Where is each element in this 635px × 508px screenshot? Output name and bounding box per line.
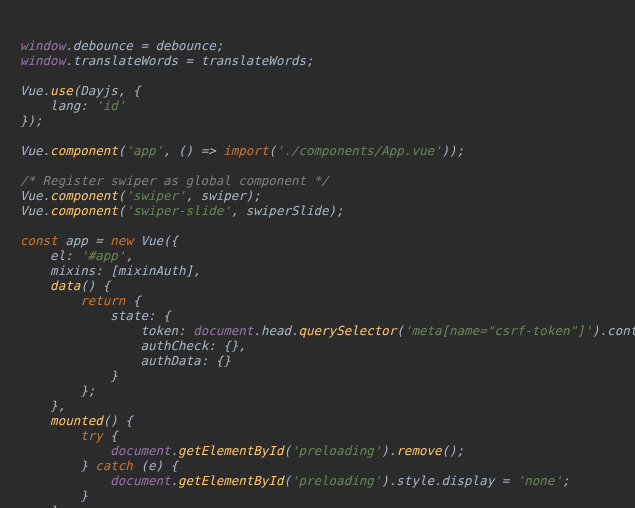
code-line: }); bbox=[20, 113, 43, 128]
code-line: mixins: [mixinAuth], bbox=[20, 263, 201, 278]
code-line: } bbox=[20, 503, 58, 508]
code-line: token: document.head.querySelector('meta… bbox=[20, 323, 635, 338]
code-line: Vue.component('app', () => import('./com… bbox=[20, 143, 464, 158]
code-line: } catch (e) { bbox=[20, 458, 178, 473]
code-line: Vue.component('swiper', swiper); bbox=[20, 188, 261, 203]
code-line: return { bbox=[20, 293, 140, 308]
code-line: mounted() { bbox=[20, 413, 133, 428]
code-line: authCheck: {}, bbox=[20, 338, 246, 353]
code-line: document.getElementById('preloading').re… bbox=[20, 443, 464, 458]
code-line: }; bbox=[20, 383, 95, 398]
code-line: }, bbox=[20, 398, 65, 413]
code-line: Vue.use(Dayjs, { bbox=[20, 83, 140, 98]
code-line: lang: 'id' bbox=[20, 98, 125, 113]
code-line: const app = new Vue({ bbox=[20, 233, 178, 248]
code-line: /* Register swiper as global component *… bbox=[20, 173, 329, 188]
code-line: } bbox=[20, 368, 118, 383]
code-line: try { bbox=[20, 428, 118, 443]
code-line: window.debounce = debounce; bbox=[20, 38, 223, 53]
code-line: authData: {} bbox=[20, 353, 231, 368]
code-line: el: '#app', bbox=[20, 248, 133, 263]
code-line: window.translateWords = translateWords; bbox=[20, 53, 314, 68]
code-line: } bbox=[20, 488, 88, 503]
code-line: data() { bbox=[20, 278, 110, 293]
code-line: state: { bbox=[20, 308, 171, 323]
code-line: document.getElementById('preloading').st… bbox=[20, 473, 569, 488]
code-line: Vue.component('swiper-slide', swiperSlid… bbox=[20, 203, 344, 218]
code-block: window.debounce = debounce; window.trans… bbox=[20, 38, 635, 508]
